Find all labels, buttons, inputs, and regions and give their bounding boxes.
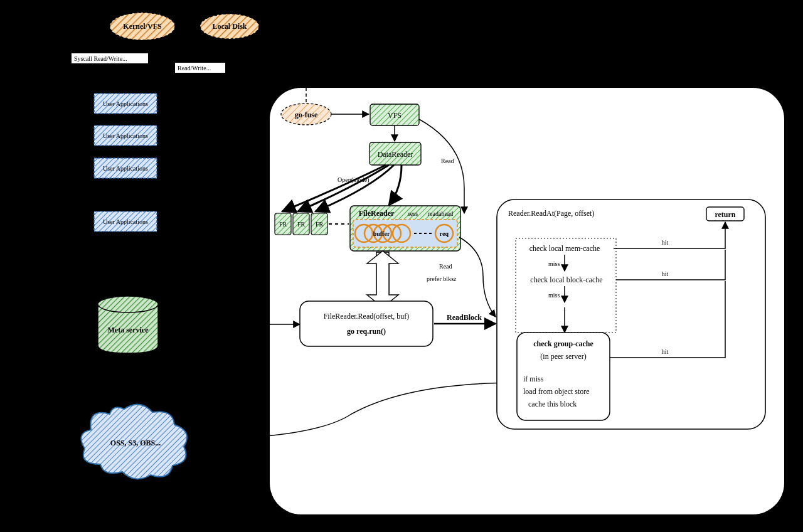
svg-text:req: req: [440, 230, 449, 237]
hit2-label: hit: [662, 270, 669, 277]
svg-text:DataReader: DataReader: [378, 150, 413, 159]
filereader-box: FileReader sess readahead buffer req: [350, 206, 460, 251]
hit3-label: hit: [662, 348, 669, 355]
svg-point-24: [98, 296, 158, 312]
svg-text:check group-cache: check group-cache: [533, 339, 593, 348]
readwrite-label-box: Read/Write...: [175, 63, 225, 73]
svg-text:(in peer server): (in peer server): [540, 352, 586, 361]
fr-box-1: FR: [293, 213, 309, 235]
object-store-cloud: OSS, S3, OBS...: [81, 405, 187, 479]
local-disk-ellipse: Local Disk: [200, 14, 259, 39]
svg-text:buffer: buffer: [373, 230, 390, 237]
svg-text:FileReader: FileReader: [359, 209, 395, 218]
check-mem-label: check local mem-cache: [529, 244, 600, 253]
svg-text:Read/Write...: Read/Write...: [178, 65, 211, 72]
svg-text:FileReader.Read(offset, buf): FileReader.Read(offset, buf): [324, 312, 410, 321]
miss1-label: miss: [548, 260, 560, 267]
userapp-tick-2: ‹: [168, 302, 171, 312]
datareader-box: DataReader: [370, 142, 421, 165]
svg-text:FR: FR: [279, 221, 287, 228]
svg-text:User Applications: User Applications: [103, 165, 148, 172]
userapp-tick-1: ›: [163, 130, 166, 140]
kernel-vfs-ellipse: Kernel/VFS: [110, 13, 175, 40]
userapp-0: User Applications: [94, 93, 157, 114]
svg-rect-52: [300, 301, 433, 346]
meta-service-cylinder: Meta service: [98, 296, 158, 353]
syscall-label-box: Syscall Read/Write...: [72, 53, 148, 63]
svg-text:User Applications: User Applications: [103, 132, 148, 139]
local-disk-label: Local Disk: [212, 22, 247, 31]
svg-text:OSS, S3, OBS...: OSS, S3, OBS...: [110, 439, 161, 447]
check-block-label: check local block-cache: [530, 275, 602, 284]
svg-text:FR: FR: [297, 221, 306, 228]
userapp-3: User Applications: [94, 211, 157, 231]
svg-text:return: return: [715, 210, 735, 219]
prefer-blksz-label: prefer blksz: [427, 275, 457, 282]
svg-text:go req.run(): go req.run(): [347, 327, 386, 336]
svg-text:Reader.ReadAt(Page, offset): Reader.ReadAt(Page, offset): [508, 209, 594, 218]
svg-text:load from object store: load from object store: [523, 387, 590, 396]
svg-text:Meta service: Meta service: [108, 326, 149, 334]
svg-text:User Applications: User Applications: [103, 218, 148, 225]
read-label: Read: [441, 157, 454, 164]
svg-text:cache this block: cache this block: [528, 400, 577, 408]
svg-text:go-fuse: go-fuse: [295, 110, 318, 119]
svg-text:FR: FR: [316, 221, 324, 228]
svg-text:VFS: VFS: [388, 111, 402, 120]
go-fuse-ellipse: go-fuse: [281, 104, 331, 125]
svg-text:if miss: if miss: [523, 375, 544, 383]
return-box: return: [706, 207, 744, 221]
svg-text:readahead: readahead: [428, 210, 454, 217]
kernel-vfs-label: Kernel/VFS: [123, 22, 162, 31]
readblock-label: ReadBlock: [447, 313, 482, 322]
userapp-1: User Applications: [94, 125, 157, 146]
vfs-box: VFS: [370, 104, 419, 125]
fr-box-2: FR: [311, 213, 327, 235]
svg-text:User Applications: User Applications: [103, 100, 148, 107]
filereader-read-box: FileReader.Read(offset, buf) go req.run(…: [300, 301, 433, 346]
read2-label: Read: [439, 263, 452, 270]
fr-box-0: FR: [275, 213, 291, 235]
userapp-2: User Applications: [94, 158, 157, 178]
svg-text:Syscall Read/Write...: Syscall Read/Write...: [74, 55, 127, 62]
miss2-label: miss: [548, 292, 560, 299]
check-group-box: check group-cache (in peer server) if mi…: [517, 332, 610, 420]
svg-text:sess: sess: [408, 210, 418, 217]
hit1-label: hit: [662, 239, 669, 246]
